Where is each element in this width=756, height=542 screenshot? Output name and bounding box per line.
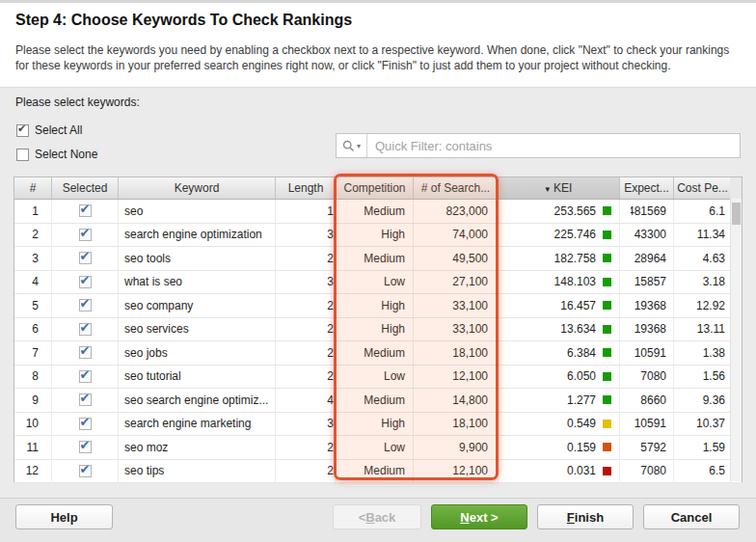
searches-cell: 74,000 <box>414 224 499 247</box>
column-header-kei[interactable]: KEI <box>499 177 620 199</box>
column-header-searches[interactable]: # of Search... <box>414 177 499 199</box>
column-header-keyword[interactable]: Keyword <box>119 177 276 199</box>
length-cell: 2 <box>276 318 337 341</box>
row-select-checkbox[interactable] <box>52 294 119 317</box>
table-row: 6seo services2High33,10013.6341936813.11 <box>14 318 742 342</box>
kei-indicator-square <box>603 348 611 357</box>
row-select-checkbox[interactable] <box>52 224 119 247</box>
cost-cell: 1.59 <box>674 436 731 459</box>
cancel-button[interactable]: Cancel <box>643 504 740 529</box>
table-row: 5seo company2High33,10016.4571936812.92 <box>14 294 742 318</box>
finish-button[interactable]: Finish <box>537 504 634 529</box>
back-button[interactable]: < Back <box>333 504 421 529</box>
searches-cell: 12,100 <box>414 366 499 389</box>
search-icon <box>342 140 355 152</box>
length-cell: 2 <box>276 294 337 317</box>
keyword-cell[interactable]: seo tutorial <box>119 366 276 389</box>
row-select-checkbox[interactable] <box>52 271 119 294</box>
kei-cell: 0.549 <box>499 413 620 436</box>
checkbox-icon <box>79 393 92 406</box>
kei-indicator-square <box>603 278 611 286</box>
length-cell: 2 <box>276 341 337 365</box>
row-select-checkbox[interactable] <box>52 436 119 459</box>
checkbox-icon <box>79 370 92 383</box>
expected-cell: 8660 <box>620 389 674 412</box>
row-number: 6 <box>14 318 52 341</box>
table-row: 12seo tips2Medium12,1000.03170806.5 <box>14 460 742 484</box>
table-row: 3seo tools2Medium49,500182.758289644.63 <box>14 247 742 271</box>
table-row: 10search engine marketing3High18,1000.54… <box>14 413 742 437</box>
kei-cell: 6.050 <box>499 366 620 389</box>
kei-cell: 0.031 <box>499 460 620 483</box>
competition-cell: High <box>337 413 414 436</box>
expected-cell: 19368 <box>620 294 674 317</box>
expected-cell: 7080 <box>620 366 674 389</box>
table-row: 4what is seo3Low27,100148.103158573.18 <box>14 271 742 295</box>
column-header-length[interactable]: Length <box>276 177 337 199</box>
keyword-cell[interactable]: search engine marketing <box>119 413 276 436</box>
kei-indicator-square <box>603 325 611 334</box>
kei-cell: 6.384 <box>499 341 620 365</box>
searches-cell: 9,900 <box>414 436 499 459</box>
row-select-checkbox[interactable] <box>52 318 119 341</box>
kei-cell: 1.277 <box>499 389 620 412</box>
searches-cell: 18,100 <box>414 413 499 436</box>
competition-cell: Low <box>337 366 414 389</box>
length-cell: 2 <box>276 366 337 389</box>
column-header-cost[interactable]: Cost Pe... <box>674 177 731 199</box>
kei-indicator-square <box>603 230 611 239</box>
filter-mode-dropdown[interactable]: ▾ <box>337 134 367 157</box>
select-all-checkbox[interactable]: Select All <box>16 123 82 137</box>
keyword-cell[interactable]: seo services <box>119 318 276 341</box>
keyword-cell[interactable]: what is seo <box>119 271 276 294</box>
cost-cell: 12.92 <box>674 294 731 317</box>
keyword-cell[interactable]: seo jobs <box>119 341 276 365</box>
sort-desc-icon <box>546 181 554 195</box>
keyword-cell[interactable]: seo moz <box>119 436 276 459</box>
kei-indicator-square <box>603 443 611 451</box>
help-button[interactable]: Help <box>15 504 113 529</box>
select-none-checkbox[interactable]: Select None <box>16 148 97 161</box>
table-row: 1seo1Medium823,000253.5654815696.1 <box>14 200 742 224</box>
keyword-cell[interactable]: search engine optimization <box>119 224 276 247</box>
quick-filter-input[interactable] <box>367 134 740 157</box>
competition-cell: Medium <box>337 389 414 412</box>
kei-cell: 148.103 <box>499 271 620 294</box>
column-header-number[interactable]: # <box>14 177 52 199</box>
table-header: # Selected Keyword Length Competition # … <box>14 177 742 200</box>
row-select-checkbox[interactable] <box>52 389 119 412</box>
chevron-down-icon: ▾ <box>357 142 361 150</box>
column-header-expected[interactable]: Expect... <box>620 177 674 199</box>
competition-cell: Low <box>337 436 414 459</box>
cost-cell: 13.11 <box>674 318 731 341</box>
row-select-checkbox[interactable] <box>52 460 119 483</box>
vertical-scrollbar[interactable] <box>730 199 742 481</box>
competition-cell: Low <box>337 271 414 294</box>
cost-cell: 1.56 <box>674 366 731 389</box>
cost-cell: 6.1 <box>674 200 731 223</box>
keyword-cell[interactable]: seo <box>119 200 276 223</box>
column-header-selected[interactable]: Selected <box>52 177 119 199</box>
keyword-cell[interactable]: seo tips <box>119 460 276 483</box>
cost-cell: 9.36 <box>674 389 731 412</box>
row-number: 1 <box>14 200 52 223</box>
row-number: 4 <box>14 271 52 294</box>
column-header-competition[interactable]: Competition <box>337 177 414 199</box>
checkbox-icon <box>79 299 92 312</box>
next-button[interactable]: Next > <box>431 504 527 529</box>
row-select-checkbox[interactable] <box>52 200 119 223</box>
row-select-checkbox[interactable] <box>52 247 119 270</box>
length-cell: 2 <box>276 247 337 270</box>
searches-cell: 33,100 <box>414 318 499 341</box>
keyword-cell[interactable]: seo tools <box>119 247 276 270</box>
row-number: 8 <box>14 366 52 389</box>
row-select-checkbox[interactable] <box>52 413 119 436</box>
kei-indicator-square <box>603 254 611 262</box>
searches-cell: 12,100 <box>414 460 499 483</box>
competition-cell: High <box>337 318 414 341</box>
keyword-cell[interactable]: seo company <box>119 294 276 317</box>
row-select-checkbox[interactable] <box>52 341 119 365</box>
scrollbar-thumb[interactable] <box>732 203 741 225</box>
keyword-cell[interactable]: seo search engine optimiz... <box>119 389 276 412</box>
row-select-checkbox[interactable] <box>52 366 119 389</box>
